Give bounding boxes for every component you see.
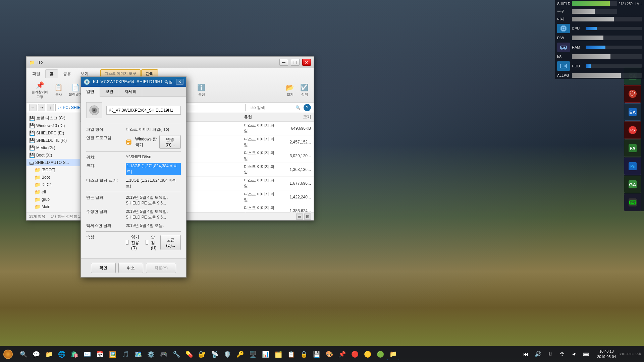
app-icon-red2[interactable]: PS	[624, 121, 641, 139]
svg-rect-15	[561, 47, 562, 48]
ribbon-tab-share[interactable]: 공유	[59, 69, 75, 78]
pd-change-btn[interactable]: 변경(O)...	[159, 135, 181, 149]
sidebar-item-y[interactable]: 🖴 SHIELD AUTO S...	[26, 159, 80, 166]
ribbon-tab-home[interactable]: 홈	[45, 69, 58, 78]
nav-up-btn[interactable]: ↑	[47, 104, 54, 111]
tree-dlc1[interactable]: 📁DLC1	[32, 181, 80, 188]
app-icon-red1[interactable]: 🛡	[624, 85, 641, 103]
taskbar-tool5[interactable]: 🛡️	[221, 348, 233, 360]
taskbar-clock[interactable]: 10:40:18 2019-05-04	[594, 348, 619, 361]
taskbar-tool12[interactable]: 💾	[311, 348, 323, 360]
pd-ok-btn[interactable]: 확인	[91, 263, 116, 273]
tray-icon-prev[interactable]: ⏮	[521, 349, 531, 360]
tree-main[interactable]: 📁Main	[32, 203, 80, 210]
taskbar-tool10[interactable]: 📋	[285, 348, 297, 360]
taskbar-game[interactable]: 🎮	[158, 348, 170, 360]
taskbar-tool16[interactable]: 🟡	[362, 348, 374, 360]
taskbar-tool1[interactable]: 🔧	[170, 348, 182, 360]
ribbon-btn-select[interactable]: ☑️ 선택	[298, 82, 311, 99]
taskbar-photo[interactable]: 🖼️	[107, 348, 119, 360]
taskbar-tool11[interactable]: 🔒	[298, 348, 310, 360]
app-icon-ps[interactable]: Ps	[624, 158, 641, 175]
taskbar-tool15[interactable]: 🔴	[349, 348, 361, 360]
tree-grub[interactable]: 📁grub	[32, 196, 80, 203]
ribbon-btn-props[interactable]: ℹ️ 속성	[195, 82, 208, 99]
pd-close-btn[interactable]: ✕	[176, 79, 183, 85]
tray-icon-vol[interactable]: 🔊	[533, 349, 543, 360]
app-icon-ga[interactable]: GA	[624, 176, 641, 193]
view-tiles-btn[interactable]: ⊞	[304, 214, 311, 220]
nav-forward-btn[interactable]: →	[38, 104, 45, 111]
tree-boot-bracket[interactable]: 📁[BOOT]	[32, 166, 80, 174]
taskbar-tool6[interactable]: 🔑	[234, 348, 246, 360]
path-pc[interactable]: 내 PC	[58, 105, 68, 111]
taskbar-tool3[interactable]: 🔐	[196, 348, 208, 360]
ribbon-btn-open[interactable]: 📂 열기	[283, 82, 297, 99]
taskbar-tool2[interactable]: 💊	[183, 348, 195, 360]
taskbar-tool9[interactable]: 🗂️	[272, 348, 284, 360]
taskbar-settings[interactable]: ⚙️	[145, 348, 157, 360]
sidebar-item-x[interactable]: 💾 Boot (X:)	[26, 152, 80, 159]
tree-efi[interactable]: 📁efi	[32, 188, 80, 196]
taskbar-mail[interactable]: ✉️	[81, 348, 93, 360]
pd-tab-details[interactable]: 자세히	[119, 87, 142, 97]
sidebar-item-g[interactable]: 💾 Media (G:)	[26, 144, 80, 152]
pd-advanced-btn[interactable]: 고급(D)...	[160, 235, 181, 250]
taskbar-tool7[interactable]: 🖥️	[247, 348, 259, 360]
taskbar-tool13[interactable]: 🎨	[323, 348, 335, 360]
pd-filename-input[interactable]	[106, 106, 181, 115]
pd-readonly-checkbox[interactable]	[126, 240, 128, 245]
pd-tab-general[interactable]: 일반	[81, 87, 100, 97]
taskbar-tool17[interactable]: 🟢	[374, 348, 386, 360]
recovery-bar-bg	[572, 9, 617, 14]
nav-back-btn[interactable]: ←	[29, 104, 37, 111]
taskbar-start-button[interactable]	[0, 346, 16, 362]
pw-bar-row: P/W	[555, 34, 644, 42]
pd-tab-security[interactable]: 보안	[100, 87, 119, 97]
view-details-btn[interactable]: ☰	[296, 214, 303, 220]
help-btn[interactable]: ?	[304, 104, 311, 111]
tray-icon-battery[interactable]	[581, 349, 592, 360]
pd-created-value: 2019년 5월 4일 토요일, SHIELD PE 오후 9:5...	[126, 195, 181, 206]
tray-icon-lang[interactable]: 한	[545, 349, 555, 360]
start-orb	[3, 350, 13, 359]
tray-icon-vol2[interactable]	[569, 349, 580, 360]
fe-maximize-btn[interactable]: □	[291, 59, 300, 66]
tree-boot[interactable]: 📁Boot	[32, 174, 80, 181]
taskbar-explorer2[interactable]: 📁	[387, 348, 399, 360]
taskbar-tool4[interactable]: 📡	[209, 348, 221, 360]
sidebar-item-e[interactable]: 💾 SHIELDPG (E:)	[26, 129, 80, 137]
sidebar-item-f[interactable]: 💾 SHIELDUTIL (F:)	[26, 137, 80, 144]
ribbon-btn-copy[interactable]: 📋 복사	[52, 82, 65, 99]
ribbon-btn-pin[interactable]: 📌 즐겨찾기에 고정	[29, 79, 51, 101]
taskbar-maps[interactable]: 🗺️	[132, 348, 144, 360]
sidebar-item-d[interactable]: 💾 Windows10 (D:)	[26, 122, 80, 129]
sidebar-item-y-label: SHIELD AUTO S...	[35, 160, 69, 165]
pd-hidden-checkbox[interactable]	[146, 240, 148, 245]
search-input[interactable]	[249, 104, 296, 111]
app-icon-ea[interactable]: EA	[624, 103, 641, 121]
io-label: I/S	[557, 55, 571, 59]
ribbon-tab-file[interactable]: 파일	[28, 69, 45, 78]
taskbar-store[interactable]: 🛍️	[68, 348, 80, 360]
taskbar-edge[interactable]: 🌐	[56, 348, 68, 360]
pw-label: P/W	[557, 36, 571, 40]
fe-close-btn[interactable]: ✕	[302, 59, 311, 66]
app-icon-terminal[interactable]: ⌨	[624, 194, 641, 211]
taskbar-tool8[interactable]: 📊	[260, 348, 272, 360]
tray-icon-network[interactable]	[557, 349, 568, 360]
taskbar-calendar[interactable]: 📅	[94, 348, 106, 360]
app-icon-fa[interactable]: FA	[624, 139, 641, 157]
pd-cancel-btn[interactable]: 취소	[118, 263, 143, 273]
taskbar-music[interactable]: 🎵	[119, 348, 131, 360]
svg-point-45	[94, 110, 95, 111]
svg-point-25	[565, 66, 565, 66]
fe-minimize-btn[interactable]: ─	[279, 59, 288, 66]
sidebar-item-c[interactable]: 💾 로컬 디스크 (C:)	[26, 114, 80, 122]
pd-apply-btn[interactable]: 적용(A)	[146, 263, 176, 273]
drive-x-icon: 💾	[29, 153, 35, 158]
taskbar-explorer[interactable]: 📁	[43, 348, 55, 360]
taskbar-search[interactable]: 🔍	[17, 348, 30, 360]
taskbar-tool14[interactable]: 📌	[336, 348, 348, 360]
taskbar-cortana[interactable]: 💬	[30, 348, 42, 360]
